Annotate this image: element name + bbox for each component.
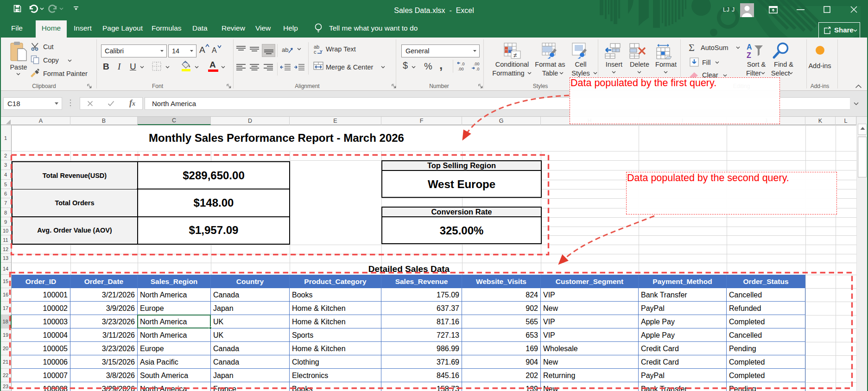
svg-text:≠: ≠	[513, 51, 517, 59]
svg-text:.00: .00	[458, 67, 464, 71]
svg-text:.00: .00	[474, 62, 480, 66]
svg-text:ab: ab	[282, 46, 288, 53]
svg-text:.0: .0	[461, 62, 465, 66]
svg-text:Z: Z	[747, 51, 751, 59]
svg-text:A: A	[747, 43, 752, 51]
svg-text:c: c	[314, 49, 317, 55]
svg-text:.0: .0	[476, 67, 480, 71]
